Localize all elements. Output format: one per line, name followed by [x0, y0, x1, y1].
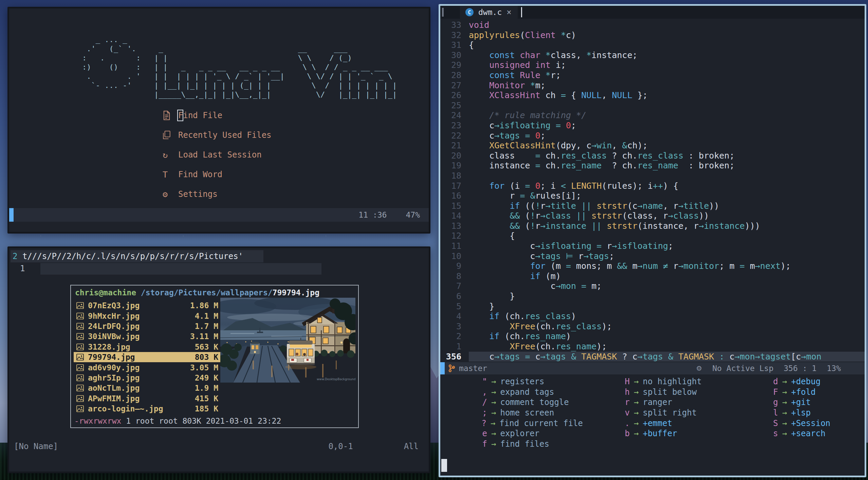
code-line[interactable]: 11 c→isfloating = r→isfloating;	[440, 241, 865, 251]
file-row-selected[interactable]: 799794.jpg803 K	[74, 352, 220, 362]
code-line[interactable]: 18	[440, 171, 865, 181]
lsp-status: No Active Lsp	[713, 364, 774, 373]
code-line-text: for (m = mons; m && m→num ≠ r→monitor; m…	[469, 261, 865, 271]
code-line[interactable]: 5 }	[440, 301, 865, 312]
whichkey-row: "→registersH→no highlightd→+debug	[440, 376, 865, 387]
ranger-popup[interactable]: chris@machine /storag/Pictures/wallpaper…	[70, 285, 359, 428]
code-line[interactable]: 32applyrules(Client *c)	[440, 30, 865, 40]
code-line[interactable]: 15 if ((!r→title || strstr(c→name, r→tit…	[440, 201, 865, 211]
tab-dwm-c[interactable]: C dwm.c ×	[460, 6, 518, 19]
code-line-text: XFree(ch.res_name);	[469, 341, 865, 352]
code-line[interactable]: 23 c→isfloating = 0;	[440, 121, 865, 131]
file-row[interactable]: aghr5Ip.jpg249 K	[74, 373, 220, 383]
code-line[interactable]: 22 c→tags = 0;	[440, 131, 865, 141]
file-row[interactable]: 9hMxcHr.jpg4.1 M	[74, 311, 220, 321]
file-row[interactable]: arco-login—~.jpg185 K	[74, 404, 220, 414]
whichkey-row: e→explorerb→+buffers→+search	[440, 428, 865, 439]
file-text-icon	[163, 111, 178, 120]
line-number: 30	[440, 50, 461, 60]
dashboard-menu-item-load-last-session[interactable]: ↻Load Last Session	[163, 145, 272, 165]
editor-window[interactable]: C dwm.c × 33void32applyrules(Client *c)3…	[439, 4, 866, 477]
line-number: 27	[440, 80, 461, 91]
file-size: 563 K	[195, 343, 218, 351]
whichkey-binding: b→+buffer	[583, 429, 731, 438]
code-line[interactable]: 30 const char *class, *instance;	[440, 50, 865, 60]
code-line[interactable]: 1 XFree(ch.res_name);	[440, 341, 865, 352]
code-line[interactable]: 29 unsigned int i;	[440, 60, 865, 70]
dashboard-menu: Find FileRecently Used Files↻Load Last S…	[163, 106, 272, 204]
menu-item-label: Find Word	[178, 170, 222, 179]
code-line[interactable]: 27 Monitor *m;	[440, 80, 865, 91]
code-editor-area[interactable]: 33void32applyrules(Client *c)31{30 const…	[440, 20, 865, 362]
file-row[interactable]: 30iNVBw.jpg3.11 M	[74, 331, 220, 341]
code-line[interactable]: 6 }	[440, 291, 865, 301]
line-number: 4	[440, 311, 461, 321]
code-line[interactable]: 28 const Rule *r;	[440, 70, 865, 80]
code-line[interactable]: 4 if (ch.res_class)	[440, 311, 865, 321]
code-line[interactable]: 13 && (!r→instance || strstr(instance, r…	[440, 221, 865, 231]
code-line[interactable]: 24 /* rule matching */	[440, 110, 865, 121]
code-line[interactable]: 20 class = ch.res_class ? ch.res_class :…	[440, 151, 865, 161]
code-line[interactable]: 31{	[440, 40, 865, 50]
lunarvim-dashboard-window[interactable]: _ ... _ .' (_` '. _ __ ___ : . : | | \ \…	[7, 7, 430, 234]
block-cursor	[177, 110, 183, 121]
line-number: 5	[440, 301, 461, 312]
close-icon[interactable]: ×	[506, 7, 511, 17]
code-line-text: if (m)	[469, 271, 865, 281]
dashboard-menu-item-recently-used-files[interactable]: Recently Used Files	[163, 125, 272, 145]
line-number: 24	[440, 110, 461, 121]
line-number: 10	[440, 251, 461, 261]
code-line-text: }	[469, 291, 865, 301]
code-line[interactable]: 17 for (i = 0; i < LENGTH(rules); i++) {	[440, 181, 865, 191]
file-name: 07nEzQ3.jpg	[88, 301, 190, 310]
code-line[interactable]: 10 c→tags ⊨ r→tags;	[440, 251, 865, 261]
code-line-text: {	[469, 40, 865, 50]
file-row[interactable]: 24LrDFQ.jpg1.7 M	[74, 321, 220, 331]
code-line-text: {	[469, 231, 865, 241]
dashboard-menu-item-settings[interactable]: ⚙Settings	[163, 184, 272, 204]
code-line-text: for (i = 0; i < LENGTH(rules); i++) {	[469, 181, 865, 191]
line-number: 22	[440, 131, 461, 141]
code-line[interactable]: 3 XFree(ch.res_class);	[440, 321, 865, 332]
code-line[interactable]: 25	[440, 100, 865, 111]
ranger-directory-path: /storag/Pictures/wallpapers/	[136, 288, 273, 297]
file-name: APwFMIM.jpg	[88, 394, 195, 403]
whichkey-row: /→comment toggler→rangerg→+git	[440, 397, 865, 408]
whichkey-binding: "→registers	[440, 377, 583, 386]
code-line[interactable]: 26 XClassHint ch = { NULL, NULL };	[440, 90, 865, 100]
code-line[interactable]: 21 XGetClassHint(dpy, c→win, &ch);	[440, 141, 865, 151]
file-name: ad6v90y.jpg	[88, 363, 190, 372]
line-number: 23	[440, 121, 461, 131]
code-line-text: void	[469, 20, 865, 30]
line-number: 31	[440, 40, 461, 50]
file-size: 803 K	[195, 353, 218, 362]
code-line[interactable]: 2 if (ch.res_name)	[440, 331, 865, 341]
whichkey-row: ;→home screenv→split rightl→+lsp	[440, 408, 865, 418]
code-line[interactable]: 9 for (m = mons; m && m→num ≠ r→monitor;…	[440, 261, 865, 271]
file-row[interactable]: 07nEzQ3.jpg1.86 M	[74, 300, 220, 311]
code-line[interactable]: 16 r = &rules[i];	[440, 191, 865, 201]
file-row[interactable]: 31228.jpg563 K	[74, 342, 220, 352]
file-row[interactable]: ad6v90y.jpg3.05 M	[74, 362, 220, 372]
tab-title: dwm.c	[478, 8, 502, 17]
code-line-text: && (!r→class || strstr(class, r→class))	[469, 211, 865, 221]
dashboard-menu-item-find-word[interactable]: TFind Word	[163, 165, 272, 184]
file-name: 31228.jpg	[88, 343, 195, 351]
terminal-window[interactable]: 2 t///s/P//2/h/c/.l/s/n/s/p/p/s/r/r/s/Pi…	[7, 246, 430, 473]
cursor-position: 356 : 1	[784, 364, 817, 373]
buffer-name: [No Name]	[14, 442, 58, 451]
dashboard-menu-item-find-file[interactable]: Find File	[163, 106, 272, 125]
code-line-text: Monitor *m;	[469, 80, 865, 91]
code-line[interactable]: 8 if (m)	[440, 271, 865, 281]
ranger-current-file: 799794.jpg	[273, 288, 319, 297]
file-row[interactable]: APwFMIM.jpg415 K	[74, 393, 220, 404]
code-line[interactable]: 356 c→tags = c→tags & TAGMASK ? c→tags &…	[440, 352, 865, 362]
whichkey-binding: .→+emmet	[583, 419, 731, 428]
line-number: 29	[440, 60, 461, 70]
code-line[interactable]: 14 && (!r→class || strstr(class, r→class…	[440, 211, 865, 221]
code-line[interactable]: 12 {	[440, 231, 865, 241]
code-line[interactable]: 19 instance = ch.res_name ? ch.res_name …	[440, 161, 865, 171]
code-line[interactable]: 33void	[440, 20, 865, 30]
code-line[interactable]: 7 c→mon = m;	[440, 281, 865, 291]
file-row[interactable]: aoNcTLm.jpg1.9 M	[74, 383, 220, 393]
